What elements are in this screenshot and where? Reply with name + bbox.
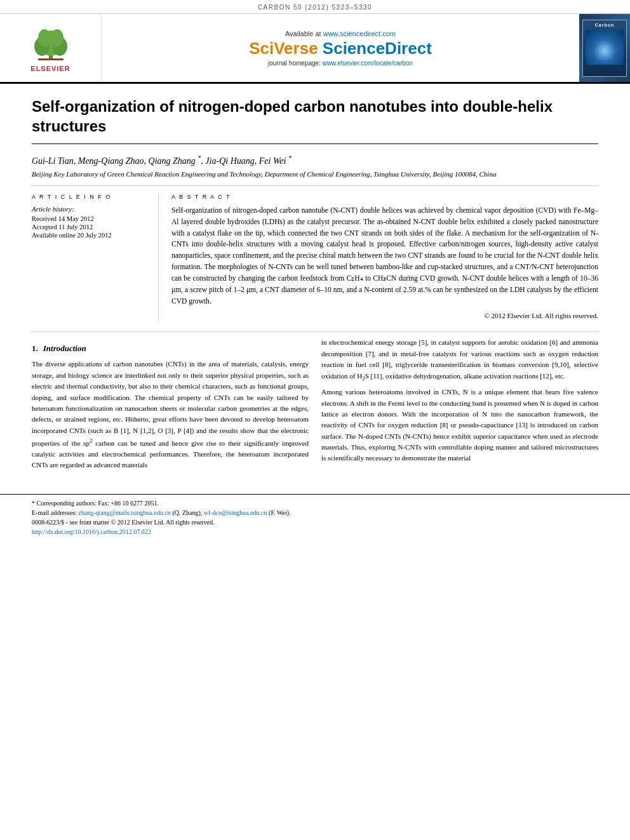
email-addresses: E-mail addresses: zhang-qiang@mails.tsin… [32, 508, 598, 517]
svg-point-4 [38, 29, 51, 47]
email-wei[interactable]: wf-dce@tsinghua.edu.cn [204, 509, 267, 516]
elsevier-tree-icon [25, 24, 76, 62]
section-divider [32, 331, 598, 332]
svg-point-5 [51, 29, 64, 47]
journal-volume-info: CARBON 50 (2012) 5323–5330 [0, 0, 630, 14]
article-info-column: A R T I C L E I N F O Article history: R… [32, 194, 159, 321]
abstract-column: A B S T R A C T Self-organization of nit… [171, 194, 598, 321]
available-online-date: Available online 20 July 2012 [32, 232, 149, 239]
elsevier-label: ELSEVIER [30, 65, 70, 72]
elsevier-logo-area: ELSEVIER [0, 14, 102, 82]
abstract-heading: A B S T R A C T [171, 194, 598, 200]
carbon-cover: Carbon [579, 14, 630, 82]
body-right-text: in electrochemical energy storage [5], i… [321, 337, 598, 463]
body-right-column: in electrochemical energy storage [5], i… [321, 337, 598, 474]
email-zhang[interactable]: zhang-qiang@mails.tsinghua.edu.cn [78, 509, 171, 516]
sciverse-title: SciVerse ScienceDirect [249, 39, 432, 58]
accepted-date: Accepted 11 July 2012 [32, 223, 149, 230]
section1-title: Introduction [43, 343, 86, 353]
journal-middle: Available at www.sciencedirect.com SciVe… [102, 14, 579, 82]
doi-link[interactable]: http://dx.doi.org/10.1016/j.carbon.2012.… [32, 528, 151, 535]
section1-number: 1. [32, 343, 38, 353]
abstract-text: Self-organization of nitrogen-doped carb… [171, 205, 598, 321]
article-content: Self-organization of nitrogen-doped carb… [0, 84, 630, 488]
cover-image [586, 30, 624, 65]
homepage-line: journal homepage: www.elsevier.com/locat… [268, 60, 413, 67]
copyright-line: © 2012 Elsevier Ltd. All rights reserved… [171, 310, 598, 321]
sciencedirect-link[interactable]: www.sciencedirect.com [323, 30, 396, 37]
available-at: Available at www.sciencedirect.com [285, 30, 396, 37]
body-left-column: 1.Introduction The diverse applications … [32, 337, 309, 474]
received-date: Received 14 May 2012 [32, 215, 149, 222]
rights-reserved: 0008-6223/$ - see front matter © 2012 El… [32, 517, 598, 527]
authors-line: Gui-Li Tian, Meng-Qiang Zhao, Qiang Zhan… [32, 154, 598, 166]
cover-journal-label: Carbon [595, 23, 615, 27]
article-body: 1.Introduction The diverse applications … [32, 337, 598, 474]
journal-homepage-link[interactable]: www.elsevier.com/locate/carbon [323, 60, 413, 67]
carbon-cover-inner: Carbon [582, 20, 627, 77]
doi-line: http://dx.doi.org/10.1016/j.carbon.2012.… [32, 527, 598, 537]
body-left-text: The diverse applications of carbon nanot… [32, 359, 309, 470]
article-info-abstract-section: A R T I C L E I N F O Article history: R… [32, 194, 598, 321]
affiliation: Beijing Key Laboratory of Green Chemical… [32, 170, 598, 186]
article-history-label: Article history: [32, 205, 149, 213]
svg-rect-6 [38, 58, 64, 60]
section1-heading: 1.Introduction [32, 343, 309, 354]
corresponding-authors-note: * Corresponding authors: Fax: +86 10 627… [32, 498, 598, 508]
article-footer: * Corresponding authors: Fax: +86 10 627… [0, 494, 630, 540]
article-title: Self-organization of nitrogen-doped carb… [32, 97, 598, 144]
top-banner: ELSEVIER Available at www.sciencedirect.… [0, 14, 630, 84]
article-info-heading: A R T I C L E I N F O [32, 194, 149, 200]
